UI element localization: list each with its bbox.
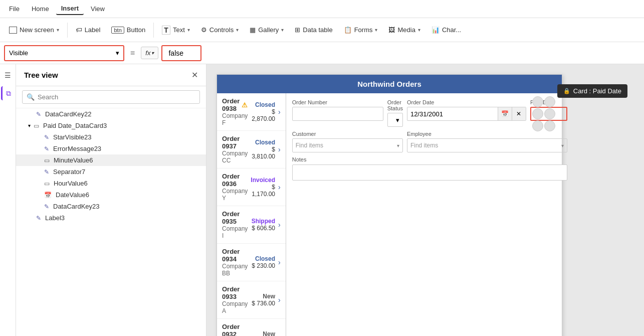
tree-item-label: DateValue6 <box>56 191 89 199</box>
order-chevron: › <box>278 296 281 304</box>
tree-search-area: 🔍 <box>16 86 206 108</box>
tree-item-datacardkey22[interactable]: ✎ DataCardKey22 <box>16 108 206 120</box>
controls-chevron: ▾ <box>236 27 239 33</box>
text-label: Text <box>173 26 185 34</box>
order-list-item-0934[interactable]: Order 0934 Company BB Closed $ 230.00 › <box>217 244 286 281</box>
search-input[interactable] <box>38 93 195 101</box>
tree-item-label: Paid Date_DataCard3 <box>43 122 107 129</box>
media-button[interactable]: 🖼 Media ▾ <box>383 24 425 36</box>
calendar-icon: 📅 <box>44 192 52 199</box>
order-list-item-0938[interactable]: Order 0938 ⚠ Company F Closed $ 2,870.00… <box>217 93 286 131</box>
button-label: Button <box>127 26 146 34</box>
new-screen-chevron: ▾ <box>57 27 59 33</box>
order-list-item-0935[interactable]: Order 0935 Company I Shipped $ 606.50 › <box>217 206 286 244</box>
order-date-clear-btn[interactable]: ✕ <box>512 107 526 121</box>
lock-icon: 🔒 <box>563 88 570 94</box>
edit-icon: ✎ <box>44 169 49 176</box>
menu-view[interactable]: View <box>86 3 110 15</box>
tree-item-label: MinuteValue6 <box>54 156 93 164</box>
customer-dropdown[interactable]: Find items ▾ <box>292 138 403 152</box>
tree-item-starvisible23[interactable]: ✎ StarVisible23 <box>16 131 206 143</box>
order-chevron: › <box>278 333 281 336</box>
controls-button[interactable]: ⚙ Controls ▾ <box>196 24 244 36</box>
order-number: Order 0936 <box>222 173 248 188</box>
chart-button[interactable]: 📊 Char... <box>426 24 466 36</box>
order-number-input[interactable] <box>292 107 383 121</box>
order-info: Order 0937 Company CC <box>222 135 248 164</box>
tree-item-label: StarVisible23 <box>53 133 91 141</box>
edit-icon: ✎ <box>44 134 49 141</box>
controls-icon: ⚙ <box>201 26 207 34</box>
sidebar-icon-hamburger[interactable]: ☰ <box>1 68 15 82</box>
order-status-select[interactable]: ▾ <box>387 113 403 127</box>
tree-item-datevalue6[interactable]: 📅 DateValue6 <box>16 189 206 201</box>
tree-close-button[interactable]: ✕ <box>191 70 198 80</box>
tree-item-separator7[interactable]: ✎ Separator7 <box>16 166 206 178</box>
tree-item-minutevalue6[interactable]: ▭ MinuteValue6 <box>16 154 206 166</box>
tree-title: Tree view <box>24 71 58 79</box>
separator-2 <box>153 23 154 38</box>
order-list-item-0933[interactable]: Order 0933 Company A New $ 736.00 › <box>217 281 286 319</box>
tree-search-container: 🔍 <box>22 90 200 104</box>
fx-chevron: ▾ <box>151 50 154 56</box>
order-date-calendar-btn[interactable]: 📅 <box>498 107 512 121</box>
main-layout: ☰ ⧉ Tree view ✕ 🔍 ✎ DataCardKey22 ▾ ▭ Pa <box>0 64 644 336</box>
find-items-placeholder: Find items <box>296 142 323 149</box>
sidebar-icon-layers[interactable]: ⧉ <box>1 86 15 100</box>
order-status: Closed <box>252 255 275 262</box>
button-button[interactable]: btn Button <box>106 24 150 36</box>
employee-dropdown[interactable]: Find items ▾ <box>407 138 567 152</box>
order-date-picker[interactable]: 📅 ✕ <box>407 107 526 121</box>
order-date-input[interactable] <box>407 110 498 118</box>
order-company: Company BB <box>222 263 249 277</box>
order-right: New $ 800.00 <box>252 330 275 336</box>
tree-item-hourvalue6[interactable]: ▭ HourValue6 <box>16 178 206 189</box>
tree-item-errormessage23[interactable]: ✎ ErrorMessage23 <box>16 143 206 154</box>
order-company: Company A <box>222 300 249 314</box>
formula-dropdown-chevron: ▾ <box>116 49 119 57</box>
tree-item-datacardkey23[interactable]: ✎ DataCardKey23 <box>16 201 206 212</box>
data-table-button[interactable]: ⊞ Data table <box>290 24 337 36</box>
canvas-area: Northwind Orders Order 0938 ⚠ Company F <box>206 64 644 336</box>
edit-icon: ✎ <box>36 111 41 118</box>
label-label: Label <box>85 26 101 34</box>
order-number: Order 0934 <box>222 248 249 263</box>
tree-item-label3[interactable]: ✎ Label3 <box>16 212 206 224</box>
gallery-chevron: ▾ <box>281 27 284 33</box>
order-status: New <box>252 293 275 300</box>
forms-button[interactable]: 📋 Forms ▾ <box>339 24 383 36</box>
formula-dropdown[interactable]: Visible ▾ <box>4 45 124 61</box>
order-company: Company CC <box>222 150 248 164</box>
rect-icon: ▭ <box>44 157 50 164</box>
tree-item-label: Separator7 <box>53 168 85 176</box>
menu-insert[interactable]: Insert <box>56 3 84 15</box>
order-amount: $ 606.50 <box>252 225 275 232</box>
order-amount: $ 230.00 <box>252 262 275 269</box>
circle-1 <box>532 96 543 107</box>
label-button[interactable]: 🏷 Label <box>71 24 106 36</box>
order-list-item-0932[interactable]: Order 0932 Company K New $ 800.00 › <box>217 319 286 336</box>
order-list-item-0937[interactable]: Order 0937 Company CC Closed $ 3,810.00 … <box>217 131 286 169</box>
paid-date-circles-overlay <box>531 95 566 132</box>
new-screen-button[interactable]: New screen ▾ <box>4 24 64 36</box>
order-chevron: › <box>278 108 281 116</box>
formula-value[interactable]: false <box>161 45 201 61</box>
order-amount: $ 736.00 <box>252 300 275 307</box>
gallery-button[interactable]: ▦ Gallery ▾ <box>245 24 289 36</box>
order-status: Closed <box>251 139 275 146</box>
circle-2 <box>544 96 555 107</box>
paid-date-picker[interactable] <box>530 107 567 121</box>
formula-fx-button[interactable]: fx ▾ <box>141 47 158 59</box>
tree-item-paid-date-datacard3[interactable]: ▾ ▭ Paid Date_DataCard3 <box>16 120 206 131</box>
form-grid: Order Number Order Status ▾ <box>292 99 567 152</box>
order-list-item-0936[interactable]: Order 0936 Company Y Invoiced $ 1,170.00… <box>217 169 286 206</box>
menu-home[interactable]: Home <box>27 3 54 15</box>
notes-input[interactable] <box>292 164 567 181</box>
menu-file[interactable]: File <box>4 3 25 15</box>
order-number: Order 0935 <box>222 210 249 225</box>
order-chevron: › <box>278 221 281 229</box>
order-status: Closed <box>251 101 275 108</box>
tree-panel: Tree view ✕ 🔍 ✎ DataCardKey22 ▾ ▭ Paid D… <box>16 64 206 336</box>
data-table-icon: ⊞ <box>295 26 300 34</box>
text-button[interactable]: T Text ▾ <box>157 23 194 37</box>
